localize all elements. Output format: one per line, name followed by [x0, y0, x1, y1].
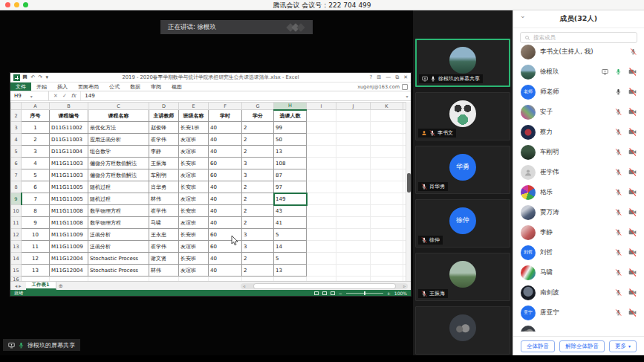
sheet-cell: 5 [274, 253, 307, 265]
sheet-cell: 林伟 [149, 193, 179, 205]
cancel-entry-icon: ✕ [53, 93, 58, 99]
column-header-G: G [242, 103, 274, 110]
tile-label: 李书文 [418, 129, 456, 138]
sheet-cell: 108 [274, 158, 307, 169]
video-tile[interactable] [415, 306, 510, 355]
video-tile-徐仲[interactable]: 徐仲徐仲 [415, 199, 510, 248]
sheet-cell [371, 134, 403, 146]
sheet-cell [307, 158, 336, 169]
row-header-12: 12 [11, 229, 22, 241]
hscroll-right-icon: ▹ [403, 283, 406, 289]
member-status-icons [615, 128, 637, 136]
member-row-李书文(主持人, 我)[interactable]: 李书文(主持人, 我) [513, 42, 644, 62]
video-tile-王振海[interactable]: 王振海 [415, 253, 510, 301]
camera-off-icon [628, 268, 637, 277]
sheet-cell: 应用泛函分析 [88, 134, 149, 146]
sheet-cell: 2 [242, 253, 274, 265]
sheet-cell: 2 [22, 134, 50, 146]
sheet-cell: 谢文贤 [149, 253, 179, 265]
column-header-D: D [149, 103, 179, 110]
camera-off-icon [628, 148, 637, 156]
members-panel-title: 成员(32人) [560, 14, 597, 24]
search-members-input[interactable] [533, 34, 633, 41]
sheet-cell: 60 [209, 158, 242, 169]
sheet-cell: 4 [22, 158, 50, 169]
mic-off-icon [615, 229, 622, 236]
mic-off-icon [421, 184, 427, 190]
member-row-唐亚宁[interactable]: 亚宁唐亚宁 [513, 303, 644, 323]
bottom-strip [0, 355, 644, 362]
sheet-cell [336, 122, 371, 134]
more-button[interactable]: 更多▾ [609, 340, 637, 352]
meeting-watermark-icon [286, 23, 305, 32]
hscroll-left-icon: ◃ [243, 283, 245, 289]
sheet-cell [371, 229, 403, 241]
sheet-cell: 12 [22, 253, 50, 265]
row-header-8: 8 [11, 181, 22, 193]
excel-document-title: 2019 - 2020春季学期数学与统计学院承担研究生公共课选课清单.xlsx … [70, 74, 351, 81]
sheet-cell: 8 [22, 205, 50, 217]
member-row-贾万涛[interactable]: 贾万涛 [513, 202, 644, 222]
member-row-蔡力[interactable]: 蔡力 [513, 122, 644, 142]
collapse-panel-chevron-icon[interactable]: ⌄ [520, 12, 526, 19]
sheet-cell: 14 [274, 241, 307, 253]
member-row-马啸[interactable]: 马啸 [513, 262, 644, 282]
member-row[interactable] [513, 323, 644, 332]
avatar [449, 47, 476, 74]
mic-on-icon [615, 68, 622, 75]
ribbon-tab-file: 文件 [10, 83, 31, 91]
excel-formula-bar: H9▾ ✕ ✓ fx 149 ▾ [10, 91, 411, 101]
sheet-cell [307, 134, 336, 146]
sheet-cell: 2 [242, 146, 274, 158]
sheet-cell [336, 241, 371, 253]
zoom-level: 100% [394, 291, 407, 296]
excel-status-bar: 就绪 − + 100% [10, 290, 411, 296]
excel-app-icon [13, 74, 20, 81]
mic-off-icon [615, 149, 622, 155]
sheet-cell: 随机过程 [88, 193, 149, 205]
ribbon-tab-2: 插入 [52, 83, 73, 91]
sheet-cell: 友谊班 [179, 193, 209, 205]
members-footer: 全体静音解除全体静音更多▾ [513, 336, 644, 355]
sheet-cell: M11G11005 [50, 193, 88, 205]
column-header-B: B [50, 103, 88, 110]
excel-close-icon: ✕ [403, 74, 408, 80]
row-header-15: 15 [11, 265, 22, 277]
column-header-A: A [22, 103, 50, 110]
member-status-icons [615, 288, 637, 297]
row-header-7: 7 [11, 169, 22, 181]
sheet-cell: 149 [274, 193, 307, 205]
tile-name: 肖华勇 [429, 183, 445, 190]
select-all-corner [11, 103, 22, 110]
screen-share-stage: 正在讲话: 徐根玖 🖪 ↶ ↷ ▾ 2019 - 2020春季学期数学与统计学院… [0, 10, 413, 355]
member-row-李静[interactable]: 李静 [513, 222, 644, 242]
formula-bar-value: 149 [81, 91, 403, 100]
member-row-车刚明[interactable]: 车刚明 [513, 142, 644, 162]
sheet-cell [336, 110, 371, 122]
video-tile-徐根玖的屏幕共享[interactable]: 徐根玖的屏幕共享 [415, 39, 510, 87]
sheet-cell: 40 [209, 122, 242, 134]
sheet-cell: 王振海 [149, 158, 179, 169]
sheet-cell: 9 [22, 217, 50, 229]
camera-off-icon [628, 248, 637, 256]
ribbon-tab-3: 页面布局 [73, 83, 104, 91]
member-row-徐根玖[interactable]: 徐根玖 [513, 62, 644, 82]
member-row-崔学伟[interactable]: 崔学伟 [513, 162, 644, 182]
unmute-all-button[interactable]: 解除全体静音 [559, 340, 605, 352]
sheet-cell: 40 [209, 146, 242, 158]
insert-function-icon: fx [71, 93, 77, 99]
member-row-刘哲[interactable]: 刘哲刘哲 [513, 242, 644, 262]
row-header-13: 13 [11, 241, 22, 253]
member-row-格乐[interactable]: 格乐 [513, 182, 644, 202]
video-tile-肖华勇[interactable]: 华勇肖华勇 [415, 146, 510, 194]
mute-all-button[interactable]: 全体静音 [521, 340, 555, 352]
member-row-安子[interactable]: 安子 [513, 102, 644, 122]
sheet-cell [371, 181, 403, 193]
member-row-南剑波[interactable]: 南剑波 [513, 282, 644, 303]
sheet-cell: 5 [274, 229, 307, 241]
avatar [521, 326, 536, 332]
video-tile-李书文[interactable]: 李书文 [415, 92, 510, 140]
sheet-cell: 3 [22, 146, 50, 158]
screen-share-icon [602, 68, 608, 75]
member-row-师老师[interactable]: 老师师老师 [513, 82, 644, 102]
